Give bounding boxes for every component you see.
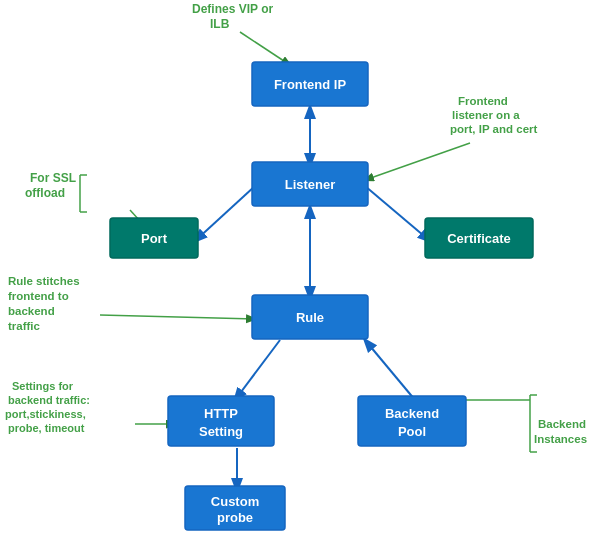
svg-line-4 — [235, 340, 280, 400]
frontend-listener-text2: listener on a — [452, 109, 520, 121]
svg-line-8 — [365, 143, 470, 180]
backend-pool-label2: Pool — [398, 424, 426, 439]
http-setting-label2: Setting — [199, 424, 243, 439]
settings-text4: probe, timeout — [8, 422, 85, 434]
rule-stitches-text: Rule stitches — [8, 275, 80, 287]
rule-stitches-text3: backend — [8, 305, 55, 317]
svg-line-1 — [195, 186, 255, 241]
svg-line-10 — [100, 315, 255, 319]
backend-pool-label: Backend — [385, 406, 439, 421]
settings-text2: backend traffic: — [8, 394, 90, 406]
http-setting-label: HTTP — [204, 406, 238, 421]
listener-label: Listener — [285, 177, 336, 192]
certificate-label: Certificate — [447, 231, 511, 246]
rule-stitches-text4: traffic — [8, 320, 41, 332]
port-label: Port — [141, 231, 168, 246]
frontend-ip-label: Frontend IP — [274, 77, 347, 92]
ssl-offload-text: For SSL — [30, 171, 76, 185]
frontend-listener-text: Frontend — [458, 95, 508, 107]
backend-instances-text2: Instances — [534, 433, 587, 445]
rule-stitches-text2: frontend to — [8, 290, 69, 302]
settings-text: Settings for — [12, 380, 74, 392]
defines-vip-text: Defines VIP or — [192, 2, 273, 16]
rule-label: Rule — [296, 310, 324, 325]
frontend-listener-text3: port, IP and cert — [450, 123, 538, 135]
backend-instances-text: Backend — [538, 418, 586, 430]
defines-vip-text2: ILB — [210, 17, 230, 31]
settings-text3: port,stickiness, — [5, 408, 86, 420]
custom-probe-label2: probe — [217, 510, 253, 525]
svg-line-5 — [365, 340, 415, 400]
svg-line-7 — [240, 32, 290, 65]
svg-line-2 — [365, 186, 430, 241]
custom-probe-label: Custom — [211, 494, 259, 509]
ssl-offload-text2: offload — [25, 186, 65, 200]
